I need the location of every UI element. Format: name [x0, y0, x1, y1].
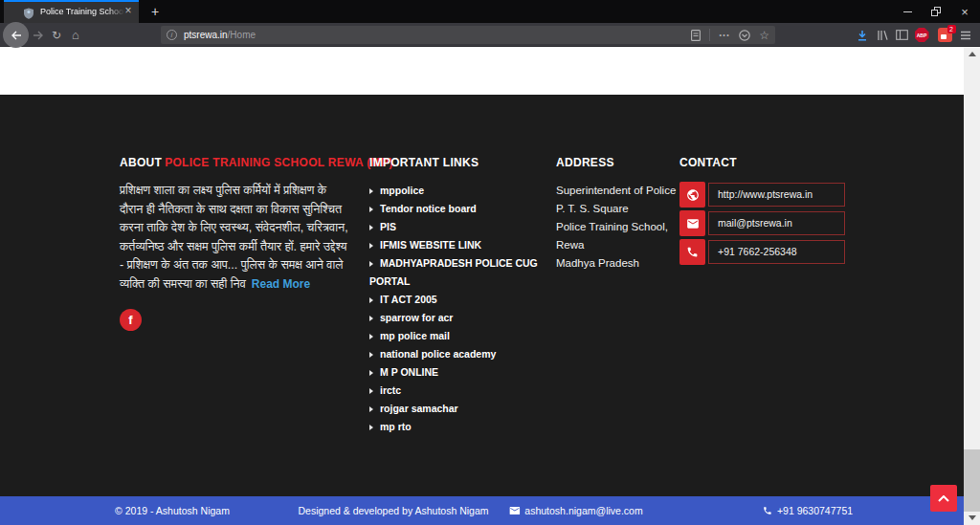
menu-button[interactable]: [957, 27, 974, 43]
link-item[interactable]: M P ONLINE: [369, 363, 540, 382]
caret-icon: [369, 207, 373, 212]
facebook-button[interactable]: f: [120, 309, 142, 331]
footer-links-column: IMPORTANT LINKS mppolice Tendor notice b…: [369, 156, 540, 436]
globe-icon: [679, 182, 705, 208]
about-heading: ABOUTPOLICE TRAINING SCHOOL REWA (MP): [120, 156, 349, 170]
browser-tab[interactable]: Police Training School,Rewa, M ×: [4, 0, 139, 23]
link-item[interactable]: national police academy: [369, 345, 540, 363]
url-bar[interactable]: i ptsrewa.in /Home ••• ☆: [161, 26, 775, 44]
extension-badge: 2: [947, 25, 956, 33]
links-heading: IMPORTANT LINKS: [369, 156, 540, 170]
sidebar-button[interactable]: [893, 27, 910, 43]
envelope-icon: [509, 507, 520, 515]
extension-button[interactable]: 2: [936, 27, 953, 43]
site-footer: ABOUTPOLICE TRAINING SCHOOL REWA (MP) प्…: [0, 95, 964, 496]
contact-phone-value[interactable]: +91 7662-256348: [708, 240, 845, 264]
about-text: प्रशिक्षण शाला का लक्ष्य पुलिस कर्मियों …: [120, 182, 349, 294]
caret-icon: [369, 388, 373, 394]
caret-icon: [369, 406, 373, 412]
link-item[interactable]: mp police mail: [369, 327, 540, 345]
page-scrollbar[interactable]: [964, 47, 980, 525]
about-heading-red: POLICE TRAINING SCHOOL REWA (MP): [165, 156, 392, 169]
chevron-up-icon: [938, 495, 949, 502]
forward-button[interactable]: [30, 27, 47, 43]
forward-arrow-icon: [33, 31, 44, 40]
adblock-extension-button[interactable]: ABP: [913, 27, 930, 43]
link-item[interactable]: rojgar samachar: [369, 400, 540, 418]
copyright-text: © 2019 - Ashutosh Nigam: [115, 496, 230, 525]
link-item[interactable]: mp rto: [369, 418, 540, 436]
scrollbar-down-arrow[interactable]: [964, 511, 980, 525]
caret-icon: [369, 370, 373, 376]
contact-website-value[interactable]: http://www.ptsrewa.in: [708, 183, 845, 207]
caret-icon: [369, 316, 373, 321]
contact-row-website: http://www.ptsrewa.in: [679, 182, 848, 208]
caret-icon: [369, 225, 373, 230]
browser-nav-bar: ↻ ⌂ i ptsrewa.in /Home ••• ☆ ABP: [0, 23, 980, 47]
library-icon: [877, 30, 888, 41]
caret-icon: [369, 297, 373, 303]
footer-about-column: ABOUTPOLICE TRAINING SCHOOL REWA (MP) प्…: [120, 156, 349, 331]
envelope-icon: [679, 210, 705, 236]
page-actions-icon[interactable]: •••: [719, 32, 730, 38]
pocket-icon[interactable]: [739, 30, 750, 41]
link-item[interactable]: MADHYAPRADESH POLICE CUG PORTAL: [369, 254, 540, 291]
window-close-button[interactable]: ×: [950, 0, 979, 23]
urlbar-separator: [709, 29, 710, 41]
footer-phone-link[interactable]: +91 9630747751: [763, 496, 853, 525]
caret-icon: [369, 243, 373, 249]
contact-email-value[interactable]: mail@ptsrewa.in: [708, 211, 845, 235]
contact-row-email: mail@ptsrewa.in: [679, 210, 848, 236]
downloads-button[interactable]: [854, 27, 871, 43]
link-item[interactable]: irctc: [369, 382, 540, 400]
site-info-icon[interactable]: i: [167, 30, 177, 40]
caret-icon: [369, 261, 373, 267]
reload-button[interactable]: ↻: [48, 27, 65, 43]
scrollbar-up-arrow[interactable]: [964, 47, 980, 61]
browser-window: Police Training School,Rewa, M × + × ↻ ⌂…: [0, 0, 980, 525]
link-item[interactable]: Tendor notice board: [369, 200, 540, 218]
link-item[interactable]: sparrow for acr: [369, 309, 540, 327]
phone-icon: [679, 239, 705, 265]
address-line: Police Training School,: [556, 218, 680, 236]
library-button[interactable]: [874, 27, 891, 43]
facebook-icon: f: [128, 313, 132, 327]
minimize-icon: [903, 11, 912, 12]
phone-icon: [763, 506, 772, 515]
sidebar-icon: [896, 30, 908, 40]
read-more-link[interactable]: Read More: [252, 277, 310, 291]
link-item[interactable]: mppolice: [369, 182, 540, 200]
footer-address-column: ADDRESS Superintendent of Police P. T. S…: [556, 156, 680, 273]
address-line: Madhya Pradesh: [556, 254, 680, 273]
caret-icon: [369, 352, 373, 358]
new-tab-button[interactable]: +: [146, 3, 164, 20]
reader-mode-icon[interactable]: [691, 30, 701, 41]
close-icon: ×: [961, 6, 969, 18]
tab-close-icon[interactable]: ×: [122, 4, 135, 17]
adblock-icon: ABP: [915, 28, 929, 42]
address-heading: ADDRESS: [556, 156, 680, 170]
window-restore-button[interactable]: [922, 0, 950, 23]
tab-title: Police Training School,Rewa, M: [40, 7, 124, 16]
active-tab-indicator: [4, 0, 139, 2]
link-item[interactable]: IT ACT 2005: [369, 291, 540, 309]
window-minimize-button[interactable]: [893, 0, 922, 23]
page-viewport: ABOUTPOLICE TRAINING SCHOOL REWA (MP) प्…: [0, 47, 964, 525]
link-item[interactable]: IFMIS WEBSITE LINK: [369, 236, 540, 254]
url-path: /Home: [228, 30, 256, 40]
footer-email-link[interactable]: ashutosh.nigam@live.com: [509, 496, 642, 525]
home-button[interactable]: ⌂: [67, 27, 84, 43]
caret-icon: [369, 188, 373, 194]
hamburger-icon: [960, 31, 971, 40]
bookmark-star-icon[interactable]: ☆: [759, 30, 769, 41]
restore-icon: [931, 7, 941, 16]
extension-icon: 2: [938, 28, 952, 42]
back-button[interactable]: [3, 22, 29, 48]
link-item[interactable]: PIS: [369, 218, 540, 236]
caret-icon: [369, 425, 373, 430]
scroll-to-top-button[interactable]: [930, 485, 957, 512]
download-icon: [857, 30, 868, 41]
scrollbar-thumb[interactable]: [964, 449, 980, 512]
address-line: Rewa: [556, 236, 680, 254]
caret-icon: [369, 334, 373, 339]
